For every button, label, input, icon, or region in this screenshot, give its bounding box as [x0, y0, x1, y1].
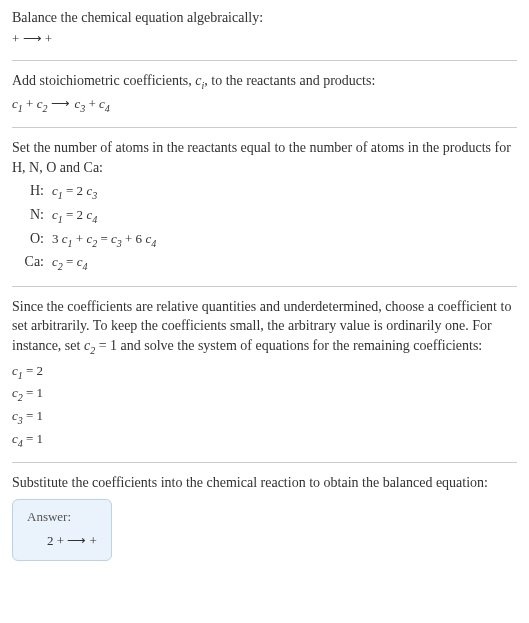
section-substitute: Substitute the coefficients into the che…: [12, 473, 517, 561]
section-add-coefficients: Add stoichiometric coefficients, ci, to …: [12, 71, 517, 115]
divider: [12, 462, 517, 463]
result-c2: c2 = 1: [12, 384, 517, 405]
atom-row-ca: Ca: c2 = c4: [16, 252, 517, 274]
result-c3: c3 = 1: [12, 407, 517, 428]
intro-text-5: Substitute the coefficients into the che…: [12, 473, 517, 493]
atom-row-h: H: c1 = 2 c3: [16, 181, 517, 203]
answer-label: Answer:: [27, 508, 97, 526]
coefficient-equation: c1 + c2 ⟶ c3 + c4: [12, 95, 517, 116]
result-c4: c4 = 1: [12, 430, 517, 451]
intro-text-2: Add stoichiometric coefficients, ci, to …: [12, 71, 517, 93]
intro-text-4: Since the coefficients are relative quan…: [12, 297, 517, 358]
section-balance-intro: Balance the chemical equation algebraica…: [12, 8, 517, 48]
atom-row-n: N: c1 = 2 c4: [16, 205, 517, 227]
balanced-equation: 2 + ⟶ +: [27, 532, 97, 550]
section-atom-equations: Set the number of atoms in the reactants…: [12, 138, 517, 274]
result-c1: c1 = 2: [12, 362, 517, 383]
intro-text-1: Balance the chemical equation algebraica…: [12, 8, 517, 28]
coefficient-results: c1 = 2 c2 = 1 c3 = 1 c4 = 1: [12, 362, 517, 450]
section-solve: Since the coefficients are relative quan…: [12, 297, 517, 450]
unbalanced-equation: + ⟶ +: [12, 30, 517, 48]
divider: [12, 127, 517, 128]
divider: [12, 60, 517, 61]
answer-box: Answer: 2 + ⟶ +: [12, 499, 112, 561]
atom-row-o: O: 3 c1 + c2 = c3 + 6 c4: [16, 229, 517, 251]
atom-equation-table: H: c1 = 2 c3 N: c1 = 2 c4 O: 3 c1 + c2 =…: [16, 181, 517, 273]
divider: [12, 286, 517, 287]
intro-text-3: Set the number of atoms in the reactants…: [12, 138, 517, 177]
